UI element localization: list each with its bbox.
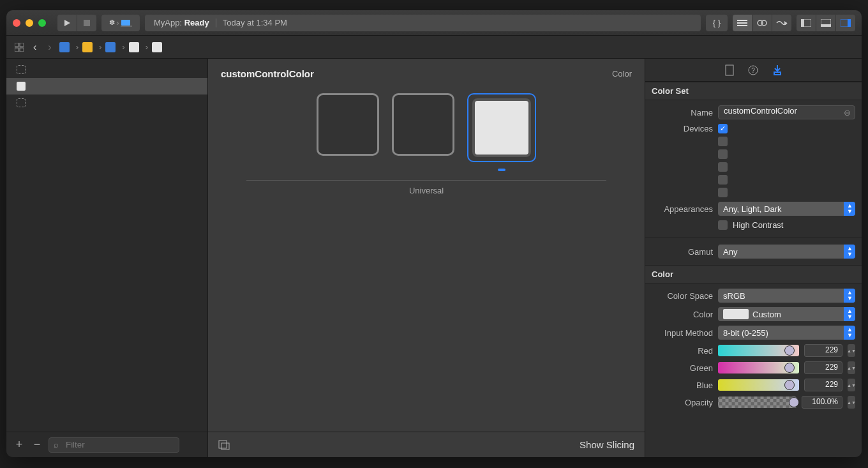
gamut-select[interactable]: Any▲▼ (718, 245, 855, 259)
asset-sidebar: + − ⌕ (6, 59, 208, 457)
opacity-stepper[interactable]: ▲▼ (848, 396, 855, 409)
svg-marker-0 (64, 20, 70, 26)
blue-stepper[interactable]: ▲▼ (848, 379, 855, 391)
blue-slider-row: Blue 229 ▲▼ (652, 379, 855, 391)
device-universal[interactable]: ✓ (718, 124, 855, 133)
svg-rect-4 (737, 20, 747, 21)
color-label: Color (652, 310, 713, 319)
zoom-window-icon[interactable] (38, 19, 46, 27)
path-bar: ‹ › › › › › (6, 36, 862, 59)
run-button[interactable] (57, 15, 77, 31)
sidebar-footer: + − ⌕ (6, 432, 207, 457)
scheme-selector[interactable]: ✽ › (101, 15, 140, 31)
library-button[interactable]: { } (706, 15, 728, 31)
swatch-dark[interactable] (467, 93, 536, 171)
left-panel-toggle[interactable] (797, 15, 816, 31)
device-tv[interactable] (718, 175, 855, 185)
colorset-icon (17, 82, 26, 91)
breadcrumb-item[interactable] (82, 42, 95, 52)
device-ipad[interactable] (718, 149, 855, 159)
inspector-tabs: ? (645, 59, 862, 82)
xcode-window: ✽ › MyApp: Ready Today at 1:34 PM { } (6, 10, 862, 457)
clear-icon[interactable]: ⊖ (844, 108, 851, 117)
color-select[interactable]: Custom▲▼ (718, 307, 855, 321)
inputmethod-select[interactable]: 8-bit (0-255)▲▼ (718, 326, 855, 340)
colorspace-label: Color Space (652, 291, 713, 301)
device-mac[interactable] (718, 188, 855, 197)
file-inspector-icon[interactable] (725, 64, 734, 76)
attributes-inspector-icon[interactable] (772, 64, 782, 76)
breadcrumb-item[interactable] (59, 42, 72, 52)
svg-rect-11 (801, 19, 804, 27)
standard-editor-button[interactable] (733, 15, 752, 31)
device-icon (121, 19, 132, 27)
green-slider[interactable] (718, 362, 799, 374)
asset-item-customcontrolcolor[interactable] (6, 78, 207, 94)
titlebar: ✽ › MyApp: Ready Today at 1:34 PM { } (6, 10, 862, 36)
asset-item-customimage[interactable] (6, 94, 207, 111)
version-editor-button[interactable] (772, 15, 791, 31)
minimize-window-icon[interactable] (26, 19, 33, 27)
help-inspector-icon[interactable]: ? (748, 65, 758, 75)
devices-label: Devices (652, 124, 713, 133)
svg-rect-5 (737, 22, 747, 24)
asset-canvas: customControlColor Color Universal (208, 59, 645, 457)
section-colorset: Color Set (645, 82, 862, 100)
green-slider-row: Green 229 ▲▼ (652, 361, 855, 374)
bottom-panel-toggle[interactable] (816, 15, 835, 31)
devices-list: ✓ (718, 124, 855, 197)
section-color: Color (645, 265, 862, 283)
svg-rect-20 (219, 441, 227, 448)
svg-rect-25 (774, 72, 781, 75)
swatch-light[interactable] (392, 93, 454, 171)
swatch-light-color[interactable] (392, 93, 454, 156)
filter-input[interactable] (49, 437, 179, 453)
show-slicing-button[interactable]: Show Slicing (580, 439, 634, 450)
svg-rect-3 (121, 26, 132, 27)
traffic-lights (13, 19, 46, 27)
nav-back-button[interactable]: ‹ (29, 42, 40, 53)
color-chip-icon (723, 309, 749, 319)
breadcrumb-item[interactable] (129, 42, 142, 52)
panel-toggle-group (797, 15, 855, 31)
asset-list (6, 59, 207, 432)
opacity-value[interactable]: 100.0% (802, 396, 842, 409)
swatch-any[interactable] (317, 93, 379, 171)
breadcrumb-item[interactable] (105, 42, 118, 52)
highcontrast-checkbox[interactable]: High Contrast (718, 220, 855, 230)
name-input[interactable]: customControlColor⊖ (718, 105, 855, 119)
red-stepper[interactable]: ▲▼ (848, 344, 855, 357)
slicing-icon[interactable] (218, 440, 230, 450)
svg-rect-22 (726, 65, 733, 75)
main-area: + − ⌕ customControlColor Color (6, 59, 862, 457)
remove-asset-button[interactable]: − (31, 439, 43, 451)
assistant-editor-button[interactable] (752, 15, 772, 31)
svg-text:?: ? (751, 67, 755, 74)
add-asset-button[interactable]: + (13, 439, 26, 451)
related-items-icon[interactable] (13, 39, 26, 56)
stop-button[interactable] (77, 15, 96, 31)
red-value[interactable]: 229 (804, 344, 842, 357)
right-panel-toggle[interactable] (836, 15, 855, 31)
colorspace-select[interactable]: sRGB▲▼ (718, 289, 855, 303)
asset-item-appicon[interactable] (6, 61, 207, 78)
swatch-dark-selected[interactable] (467, 93, 536, 162)
nav-forward-button[interactable]: › (44, 42, 55, 53)
device-watch[interactable] (718, 162, 855, 172)
inspector-panel: ? Color Set Name customControlColor⊖ Dev… (645, 59, 862, 457)
blue-value[interactable]: 229 (804, 379, 842, 391)
swatch-any-color[interactable] (317, 93, 379, 156)
breadcrumb-item[interactable] (152, 42, 165, 52)
svg-rect-17 (20, 43, 24, 47)
red-slider[interactable] (718, 345, 799, 356)
green-stepper[interactable]: ▲▼ (848, 361, 855, 374)
appearances-select[interactable]: Any, Light, Dark▲▼ (718, 202, 855, 216)
blue-slider[interactable] (718, 379, 799, 391)
svg-rect-1 (84, 20, 90, 26)
device-iphone[interactable] (718, 137, 855, 146)
close-window-icon[interactable] (13, 19, 20, 27)
app-icon: ✽ (109, 19, 115, 27)
canvas-footer: Show Slicing (208, 432, 645, 457)
green-value[interactable]: 229 (804, 361, 842, 374)
opacity-slider[interactable] (718, 396, 797, 408)
